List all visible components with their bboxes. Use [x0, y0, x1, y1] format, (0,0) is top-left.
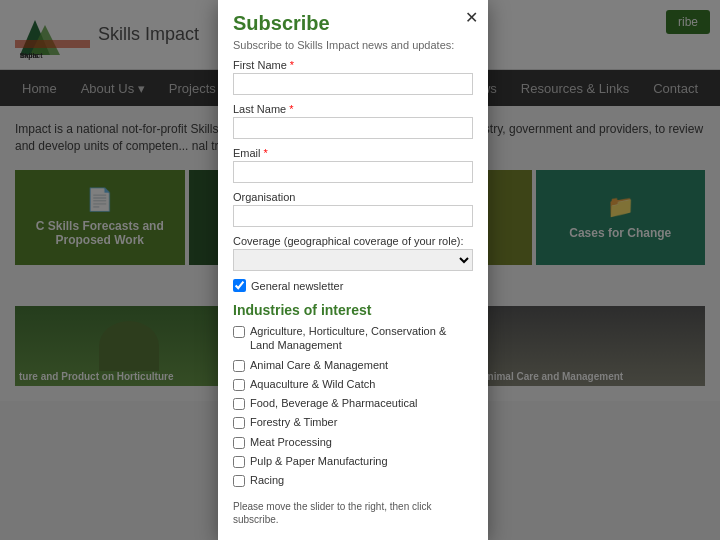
industry-forestry-checkbox[interactable] [233, 417, 245, 429]
last-name-input[interactable] [233, 117, 473, 139]
industry-agri-label: Agriculture, Horticulture, Conservation … [250, 324, 473, 353]
general-newsletter-label: General newsletter [251, 280, 343, 292]
industry-food-label: Food, Beverage & Pharmaceutical [250, 396, 418, 410]
coverage-label: Coverage (geographical coverage of your … [233, 235, 473, 247]
modal-body[interactable]: First Name * Last Name * Email * Organis… [218, 59, 488, 529]
modal-subtitle: Subscribe to Skills Impact news and upda… [233, 39, 473, 51]
industry-animal-checkbox[interactable] [233, 360, 245, 372]
last-name-group: Last Name * [233, 103, 473, 139]
required-indicator: * [290, 59, 294, 71]
industry-racing: Racing [233, 473, 473, 487]
email-label: Email * [233, 147, 473, 159]
first-name-label: First Name * [233, 59, 473, 71]
industry-meat: Meat Processing [233, 435, 473, 449]
modal-header: Subscribe Subscribe to Skills Impact new… [218, 0, 488, 59]
industry-agri-checkbox[interactable] [233, 326, 245, 338]
modal-title: Subscribe [233, 12, 473, 35]
industry-pulp-label: Pulp & Paper Manufacturing [250, 454, 388, 468]
industry-meat-label: Meat Processing [250, 435, 332, 449]
industry-animal: Animal Care & Management [233, 358, 473, 372]
organisation-label: Organisation [233, 191, 473, 203]
required-indicator-3: * [264, 147, 268, 159]
industry-food: Food, Beverage & Pharmaceutical [233, 396, 473, 410]
industry-racing-label: Racing [250, 473, 284, 487]
organisation-input[interactable] [233, 205, 473, 227]
slider-instruction: Please move the slider to the right, the… [233, 500, 473, 526]
coverage-group: Coverage (geographical coverage of your … [233, 235, 473, 271]
organisation-group: Organisation [233, 191, 473, 227]
industry-food-checkbox[interactable] [233, 398, 245, 410]
first-name-group: First Name * [233, 59, 473, 95]
required-indicator-2: * [289, 103, 293, 115]
coverage-select[interactable]: National State Regional Local [233, 249, 473, 271]
subscribe-modal: Subscribe Subscribe to Skills Impact new… [218, 0, 488, 540]
industry-pulp-checkbox[interactable] [233, 456, 245, 468]
industry-forestry-label: Forestry & Timber [250, 415, 337, 429]
industries-heading: Industries of interest [233, 302, 473, 318]
industry-racing-checkbox[interactable] [233, 475, 245, 487]
industry-animal-label: Animal Care & Management [250, 358, 388, 372]
industry-aqua: Aquaculture & Wild Catch [233, 377, 473, 391]
industry-meat-checkbox[interactable] [233, 437, 245, 449]
first-name-input[interactable] [233, 73, 473, 95]
slider-section: Please move the slider to the right, the… [233, 500, 473, 529]
industry-pulp: Pulp & Paper Manufacturing [233, 454, 473, 468]
last-name-label: Last Name * [233, 103, 473, 115]
modal-close-button[interactable]: ✕ [465, 8, 478, 27]
industry-aqua-checkbox[interactable] [233, 379, 245, 391]
email-input[interactable] [233, 161, 473, 183]
email-group: Email * [233, 147, 473, 183]
general-newsletter-row: General newsletter [233, 279, 473, 292]
general-newsletter-checkbox[interactable] [233, 279, 246, 292]
industry-aqua-label: Aquaculture & Wild Catch [250, 377, 375, 391]
industry-forestry: Forestry & Timber [233, 415, 473, 429]
industry-agri: Agriculture, Horticulture, Conservation … [233, 324, 473, 353]
